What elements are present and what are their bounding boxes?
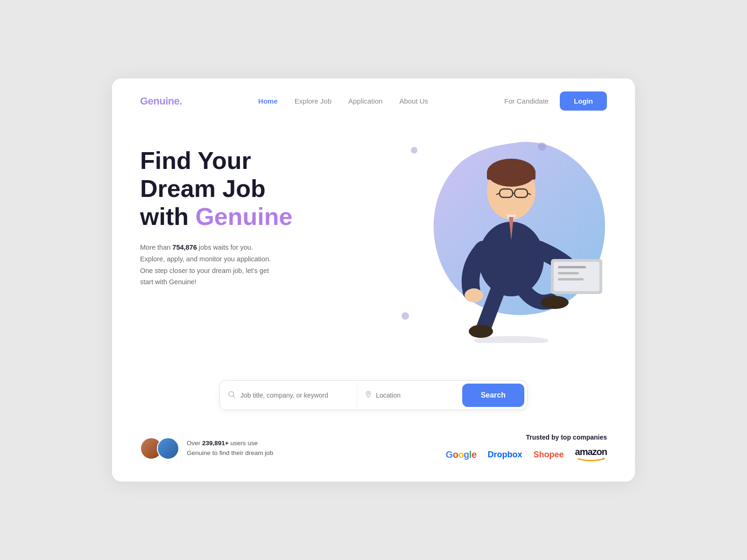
nav-right: For Candidate Login	[504, 91, 607, 111]
job-search-input[interactable]	[240, 383, 349, 407]
users-text: Over 239,891+ users use Genuine to find …	[187, 439, 273, 458]
amazon-logo: amazon	[575, 447, 607, 463]
svg-line-21	[233, 396, 234, 397]
search-field	[220, 383, 357, 407]
avatar-2	[157, 437, 179, 460]
trusted-label: Trusted by top companies	[446, 434, 607, 441]
nav-links: Home Explore Job Application About Us	[258, 97, 428, 105]
hero-title-accent: Genuine	[195, 203, 292, 230]
shopee-logo: Shopee	[534, 450, 564, 460]
svg-point-17	[469, 325, 493, 338]
logo: Genuine.	[140, 95, 182, 107]
dot-bottom-left	[402, 312, 409, 320]
nav-explore-job[interactable]: Explore Job	[295, 97, 331, 105]
svg-marker-23	[603, 457, 605, 460]
hero-illustration	[374, 133, 607, 357]
location-input[interactable]	[376, 383, 452, 407]
search-icon	[227, 390, 236, 400]
svg-rect-15	[558, 278, 584, 280]
company-logos: Google Dropbox Shopee amazon	[446, 447, 607, 463]
users-line2: Genuine to find their dream job	[187, 448, 273, 458]
hero-title: Find Your Dream Job with Genuine	[140, 147, 374, 231]
location-field	[357, 383, 459, 407]
svg-point-16	[465, 288, 483, 302]
login-button[interactable]: Login	[560, 91, 607, 111]
dropbox-logo: Dropbox	[488, 450, 522, 460]
nav-about-us[interactable]: About Us	[399, 97, 428, 105]
main-card: Genuine. Home Explore Job Application Ab…	[112, 78, 635, 482]
dot-top-right	[538, 142, 546, 151]
search-button[interactable]: Search	[462, 384, 524, 407]
svg-point-22	[367, 392, 369, 394]
user-avatars	[140, 437, 179, 460]
svg-point-18	[541, 296, 569, 309]
nav-home[interactable]: Home	[258, 97, 278, 105]
hero-section: Find Your Dream Job with Genuine More th…	[112, 124, 635, 366]
dot-top-left	[411, 147, 417, 154]
hero-content: Find Your Dream Job with Genuine More th…	[140, 133, 374, 288]
nav-application[interactable]: Application	[348, 97, 382, 105]
location-icon	[365, 391, 372, 400]
search-bar: Search	[219, 380, 528, 410]
users-line1: Over 239,891+ users use	[187, 439, 273, 448]
hero-description: More than 754,876 jobs waits for you. Ex…	[140, 242, 317, 288]
svg-rect-13	[558, 266, 586, 268]
google-logo: Google	[446, 449, 477, 460]
navbar: Genuine. Home Explore Job Application Ab…	[112, 78, 635, 124]
nav-for-candidate[interactable]: For Candidate	[504, 97, 549, 105]
hero-figure	[411, 124, 612, 343]
svg-rect-3	[487, 170, 536, 180]
users-info: Over 239,891+ users use Genuine to find …	[140, 437, 273, 460]
footer-row: Over 239,891+ users use Genuine to find …	[112, 420, 635, 482]
search-section: Search	[112, 366, 635, 420]
trusted-section: Trusted by top companies Google Dropbox …	[446, 434, 607, 463]
svg-rect-14	[558, 272, 579, 274]
